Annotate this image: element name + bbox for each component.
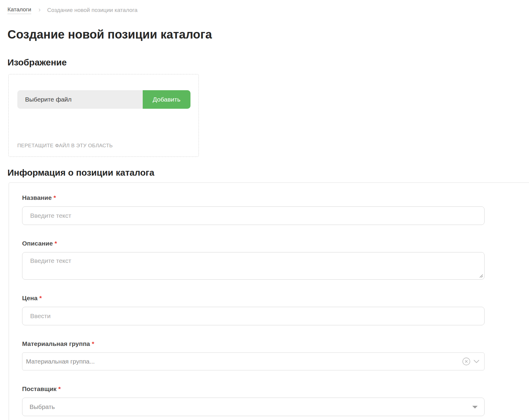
info-section-heading: Информация о позиции каталога — [7, 167, 522, 178]
description-textarea[interactable] — [22, 252, 485, 280]
name-input[interactable] — [22, 206, 485, 225]
breadcrumb-separator-icon: › — [39, 7, 41, 14]
file-select-label: Выберите файл — [25, 96, 72, 103]
field-description-label: Описание* — [22, 240, 485, 247]
field-description: Описание* — [22, 240, 485, 280]
field-supplier: Поставщик* Выбрать — [22, 385, 485, 416]
field-supplier-label-text: Поставщик — [22, 385, 56, 392]
chevron-down-icon[interactable] — [473, 358, 480, 365]
required-asterisk: * — [55, 240, 57, 247]
dropzone-hint: ПЕРЕТАЩИТЕ ФАЙЛ В ЭТУ ОБЛАСТЬ — [17, 143, 113, 149]
field-material-group: Материальная группа* Материальная группа… — [22, 340, 485, 370]
field-description-label-text: Описание — [22, 240, 53, 247]
required-asterisk: * — [92, 340, 94, 347]
required-asterisk: * — [39, 295, 42, 301]
field-name-label-text: Название — [22, 194, 52, 201]
file-select-input[interactable]: Выберите файл — [17, 90, 143, 109]
add-file-button[interactable]: Добавить — [143, 90, 190, 109]
supplier-placeholder: Выбрать — [30, 403, 55, 410]
field-material-group-label-text: Материальная группа — [22, 340, 90, 347]
breadcrumb-current: Создание новой позиции каталога — [47, 7, 138, 13]
breadcrumb: Каталоги › Создание новой позиции катало… — [7, 0, 529, 14]
field-price-label: Цена* — [22, 295, 485, 302]
field-price-label-text: Цена — [22, 295, 38, 301]
image-dropzone[interactable]: Выберите файл Добавить ПЕРЕТАЩИТЕ ФАЙЛ В… — [8, 74, 199, 157]
material-group-icons — [462, 353, 480, 370]
material-group-placeholder: Материальная группа... — [26, 358, 95, 365]
field-price: Цена* — [22, 295, 485, 325]
resize-handle-icon[interactable] — [479, 274, 483, 278]
image-section-heading: Изображение — [7, 57, 522, 68]
catalog-item-form-card: Название* Описание* Цена* Материальная г… — [9, 183, 529, 420]
page-title: Создание новой позиции каталога — [7, 27, 522, 42]
field-name-label: Название* — [22, 194, 485, 201]
required-asterisk: * — [53, 194, 56, 201]
file-input-row: Выберите файл Добавить — [17, 90, 190, 109]
required-asterisk: * — [58, 385, 61, 392]
material-group-select[interactable]: Материальная группа... — [22, 352, 485, 370]
clear-selection-icon[interactable] — [462, 357, 470, 366]
field-name: Название* — [22, 194, 485, 225]
breadcrumb-link-catalogs[interactable]: Каталоги — [7, 6, 31, 14]
price-input[interactable] — [22, 307, 485, 325]
caret-down-icon — [472, 406, 478, 408]
description-textarea-wrap — [22, 252, 485, 280]
field-supplier-label: Поставщик* — [22, 385, 485, 393]
supplier-select[interactable]: Выбрать — [22, 398, 485, 416]
field-material-group-label: Материальная группа* — [22, 340, 485, 347]
